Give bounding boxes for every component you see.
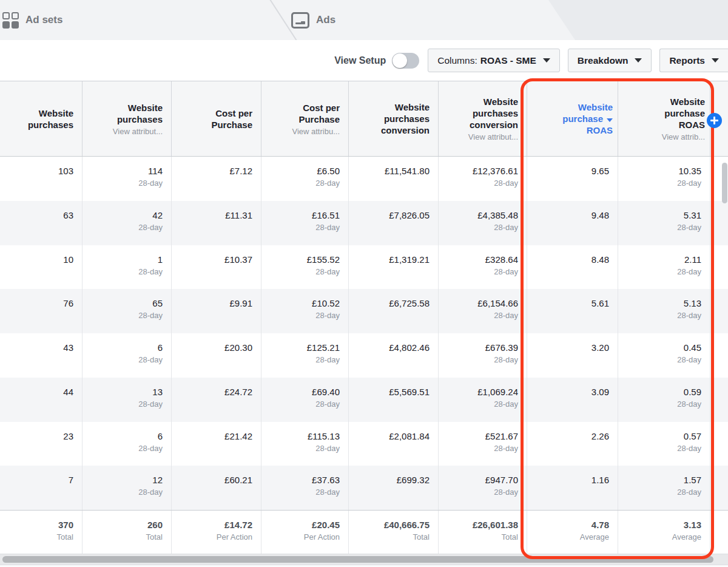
column-header-website-purchases[interactable]: Websitepurchases	[0, 81, 82, 156]
horizontal-scrollbar-thumb[interactable]	[2, 556, 713, 563]
data-cell: £26,601.38Total	[438, 511, 527, 554]
data-cell: 1228-day	[82, 466, 171, 510]
totals-row: 370Total260Total£14.72Per Action£20.45Pe…	[0, 510, 728, 554]
chevron-down-icon	[635, 58, 642, 63]
table-row[interactable]: 71228-day£60.21£37.6328-day£699.32£947.7…	[0, 466, 728, 510]
bottom-divider	[0, 565, 728, 567]
column-header-purchases-conversion[interactable]: Websitepurchasesconversion	[348, 81, 438, 156]
columns-dropdown-button[interactable]: Columns: ROAS - SME	[428, 49, 560, 72]
tab-ad-sets-label: Ad sets	[25, 14, 62, 26]
data-cell: £155.5228-day	[261, 245, 348, 290]
data-cell: 23	[0, 422, 82, 466]
data-cell: 43	[0, 333, 82, 378]
filler-cell	[710, 245, 728, 290]
data-cell: £37.6328-day	[261, 466, 348, 510]
attribution-window-label: View attribut...	[468, 132, 518, 141]
data-cell: 10.3528-day	[618, 157, 710, 201]
table-row[interactable]: 10128-day£10.37£155.5228-day£1,319.21£32…	[0, 245, 728, 290]
filler-cell	[710, 511, 728, 554]
columns-prefix: Columns:	[437, 55, 477, 66]
filler-cell	[710, 333, 728, 378]
data-cell: £328.6428-day	[438, 245, 527, 290]
ads-card-icon	[291, 12, 309, 29]
tab-ads[interactable]: Ads	[274, 0, 541, 40]
data-cell: £40,666.75Total	[348, 511, 438, 554]
data-cell: 1.5728-day	[618, 466, 710, 510]
chevron-down-icon	[543, 58, 550, 63]
data-cell: £16.5128-day	[261, 201, 348, 245]
table-row[interactable]: 766528-day£9.91£10.5228-day£6,725.58£6,1…	[0, 289, 728, 333]
data-cell: £10.37	[171, 245, 261, 290]
filler-cell	[710, 466, 728, 510]
table-header: Websitepurchases Websitepurchases View a…	[0, 81, 728, 157]
data-cell: 1328-day	[82, 378, 171, 422]
tabbar-corner	[522, 0, 728, 40]
data-cell: 4.78Average	[527, 511, 618, 554]
columns-value: ROAS - SME	[480, 55, 536, 66]
data-cell: £115.1328-day	[261, 422, 348, 466]
data-cell: 5.61	[527, 289, 618, 333]
data-cell: £699.32	[348, 466, 438, 510]
data-cell: 1.16	[527, 466, 618, 510]
reports-dropdown-button[interactable]: Reports	[659, 49, 728, 72]
table-row[interactable]: 43628-day£20.30£125.2128-day£4,802.46£67…	[0, 333, 728, 378]
data-cell: 3.20	[527, 333, 618, 378]
data-cell: 76	[0, 289, 82, 333]
column-header-purchases-conversion-attr[interactable]: Websitepurchasesconversion View attribut…	[438, 81, 527, 156]
data-cell: 6528-day	[82, 289, 171, 333]
table-row[interactable]: 23628-day£21.42£115.1328-day£2,081.84£52…	[0, 422, 728, 466]
data-cell: £4,802.46	[348, 333, 438, 378]
data-cell: £14.72Per Action	[171, 511, 261, 554]
attribution-window-label: View attribu...	[292, 127, 340, 136]
data-cell: 63	[0, 201, 82, 245]
data-cell: 370Total	[0, 511, 82, 554]
horizontal-scrollbar-track[interactable]	[0, 554, 728, 565]
data-cell: 44	[0, 378, 82, 422]
view-setup-toggle[interactable]	[392, 53, 419, 69]
data-cell: 4228-day	[82, 201, 171, 245]
data-cell: 9.48	[527, 201, 618, 245]
data-cell: £125.2128-day	[261, 333, 348, 378]
sort-descending-icon	[607, 118, 613, 122]
data-cell: £6,725.58	[348, 289, 438, 333]
data-cell: 3.13Average	[618, 511, 710, 554]
add-column-button[interactable]	[707, 113, 722, 128]
filler-cell	[710, 378, 728, 422]
table-row[interactable]: 634228-day£11.31£16.5128-day£7,826.05£4,…	[0, 201, 728, 245]
data-cell: £11,541.80	[348, 157, 438, 201]
data-cell: 0.5728-day	[618, 422, 710, 466]
reports-label: Reports	[669, 55, 705, 66]
column-header-website-purchases-attr[interactable]: Websitepurchases View attribut...	[82, 81, 171, 156]
chevron-down-icon	[712, 58, 719, 63]
data-cell: £1,319.21	[348, 245, 438, 290]
data-cell: £7.12	[171, 157, 261, 201]
data-cell: 2.1128-day	[618, 245, 710, 290]
tab-ads-label: Ads	[316, 14, 335, 26]
data-cell: £20.45Per Action	[261, 511, 348, 554]
data-cell: 5.1328-day	[618, 289, 710, 333]
table-row[interactable]: 441328-day£24.72£69.4028-day£5,569.51£1,…	[0, 378, 728, 422]
data-cell: 3.09	[527, 378, 618, 422]
data-cell: 128-day	[82, 245, 171, 290]
filler-cell	[710, 422, 728, 466]
data-cell: £12,376.6128-day	[438, 157, 527, 201]
data-cell: £60.21	[171, 466, 261, 510]
data-cell: £947.7028-day	[438, 466, 527, 510]
data-cell: 0.4528-day	[618, 333, 710, 378]
attribution-window-label: View attribut...	[113, 127, 163, 136]
vertical-scrollbar-thumb[interactable]	[722, 163, 727, 203]
data-cell: 103	[0, 157, 82, 201]
breakdown-dropdown-button[interactable]: Breakdown	[568, 49, 652, 72]
data-cell: £2,081.84	[348, 422, 438, 466]
data-cell: 0.5928-day	[618, 378, 710, 422]
table-row[interactable]: 10311428-day£7.12£6.5028-day£11,541.80£1…	[0, 157, 728, 201]
column-header-cost-per-purchase[interactable]: Cost perPurchase	[171, 81, 261, 156]
column-header-purchase-roas-sorted[interactable]: Website purchase ROAS	[527, 81, 618, 156]
data-cell: 7	[0, 466, 82, 510]
column-header-cost-per-purchase-attr[interactable]: Cost perPurchase View attribu...	[261, 81, 348, 156]
tab-ad-sets[interactable]: Ad sets	[0, 0, 267, 40]
data-cell: £7,826.05	[348, 201, 438, 245]
data-cell: 5.3128-day	[618, 201, 710, 245]
column-header-purchase-roas-attr[interactable]: WebsitepurchaseROAS View attrib...	[618, 81, 710, 156]
toggle-knob-icon	[393, 53, 407, 68]
